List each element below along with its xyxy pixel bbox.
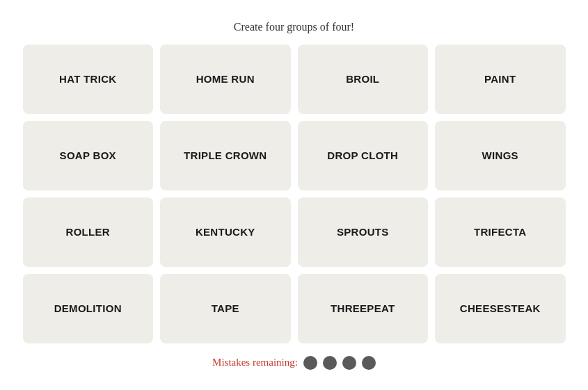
tile-label-3: PAINT xyxy=(484,72,516,86)
mistake-dot-3 xyxy=(362,356,376,370)
tile-label-2: BROIL xyxy=(346,72,379,86)
mistakes-dots xyxy=(303,356,376,370)
tile-label-6: DROP CLOTH xyxy=(327,149,398,163)
tile-label-8: ROLLER xyxy=(66,225,110,239)
mistakes-label: Mistakes remaining: xyxy=(212,357,298,368)
tile-label-11: TRIFECTA xyxy=(474,225,526,239)
game-container: Create four groups of four! HAT TRICKHOM… xyxy=(0,7,588,384)
tile-12[interactable]: DEMOLITION xyxy=(23,274,154,343)
tile-label-10: SPROUTS xyxy=(337,225,389,239)
tile-label-13: TAPE xyxy=(212,302,239,316)
tile-5[interactable]: TRIPLE CROWN xyxy=(160,121,291,190)
tile-6[interactable]: DROP CLOTH xyxy=(298,121,429,190)
tile-7[interactable]: WINGS xyxy=(435,121,566,190)
tile-11[interactable]: TRIFECTA xyxy=(435,197,566,267)
tile-2[interactable]: BROIL xyxy=(298,44,429,114)
mistake-dot-0 xyxy=(303,356,317,370)
tile-0[interactable]: HAT TRICK xyxy=(23,44,154,114)
tile-label-15: CHEESESTEAK xyxy=(460,302,541,316)
tile-label-0: HAT TRICK xyxy=(59,72,116,86)
tile-3[interactable]: PAINT xyxy=(435,44,566,114)
tile-label-14: THREEPEAT xyxy=(331,302,395,316)
mistake-dot-1 xyxy=(323,356,337,370)
mistakes-row: Mistakes remaining: xyxy=(212,356,376,370)
tile-13[interactable]: TAPE xyxy=(160,274,291,343)
tile-15[interactable]: CHEESESTEAK xyxy=(435,274,566,343)
tile-label-1: HOME RUN xyxy=(196,72,255,86)
tiles-grid: HAT TRICKHOME RUNBROILPAINTSOAP BOXTRIPL… xyxy=(23,44,566,343)
tile-label-7: WINGS xyxy=(482,149,518,163)
tile-9[interactable]: KENTUCKY xyxy=(160,197,291,267)
tile-label-12: DEMOLITION xyxy=(54,302,122,316)
tile-14[interactable]: THREEPEAT xyxy=(298,274,429,343)
tile-label-9: KENTUCKY xyxy=(196,225,255,239)
instructions-text: Create four groups of four! xyxy=(234,21,354,33)
tile-8[interactable]: ROLLER xyxy=(23,197,154,267)
tile-label-5: TRIPLE CROWN xyxy=(184,149,267,163)
tile-10[interactable]: SPROUTS xyxy=(298,197,429,267)
tile-1[interactable]: HOME RUN xyxy=(160,44,291,114)
mistake-dot-2 xyxy=(342,356,356,370)
tile-4[interactable]: SOAP BOX xyxy=(23,121,154,190)
tile-label-4: SOAP BOX xyxy=(60,149,116,163)
